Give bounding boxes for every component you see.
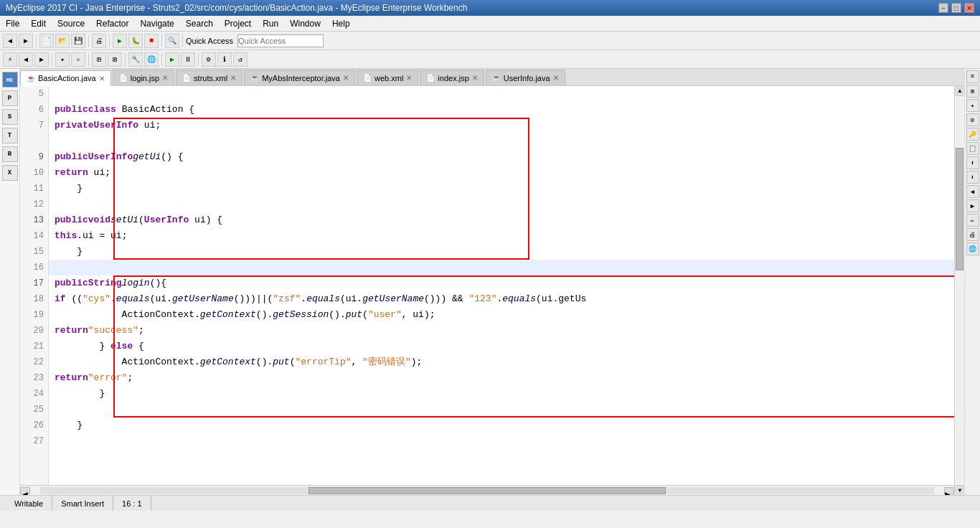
sidebar-btn-r[interactable]: R (2, 146, 18, 162)
tab-BasicAction-java[interactable]: ☕BasicAction.java✕ (20, 70, 111, 86)
sidebar-btn-x[interactable]: X (2, 165, 18, 181)
tb2-btn4[interactable]: ✦ (55, 52, 70, 67)
vscroll-thumb[interactable] (956, 148, 963, 270)
rs-btn7[interactable]: ⬆ (966, 156, 979, 169)
rs-btn2[interactable]: ⊞ (966, 85, 979, 98)
close-button[interactable]: ✕ (964, 3, 974, 13)
tab-web-xml[interactable]: 📄web.xml✕ (357, 70, 418, 85)
hscroll-track[interactable] (40, 487, 934, 494)
titlebar: MyEclipse 2017 CI - Java Enterprise - St… (0, 0, 980, 16)
rs-btn10[interactable]: ▶ (966, 199, 979, 212)
line-number: 11 (20, 181, 44, 197)
menu-item-edit[interactable]: Edit (25, 17, 52, 30)
tb2-run2[interactable]: ▶ (165, 52, 179, 67)
rs-btn6[interactable]: 📋 (966, 142, 979, 155)
maximize-button[interactable]: □ (951, 3, 961, 13)
line-number: 25 (20, 402, 44, 418)
tab-close[interactable]: ✕ (406, 74, 412, 82)
rs-btn4[interactable]: ⚙ (966, 113, 979, 126)
tab-close[interactable]: ✕ (230, 74, 236, 82)
search-btn[interactable]: 🔍 (165, 34, 179, 48)
sidebar-btn-p[interactable]: P (2, 90, 18, 106)
hscroll-left[interactable]: ◀ (20, 487, 30, 494)
tb2-btn1[interactable]: ⚡ (3, 52, 17, 67)
menu-item-window[interactable]: Window (284, 17, 326, 30)
tb2-btn3[interactable]: ▶ (34, 52, 49, 67)
debug-btn[interactable]: 🐛 (128, 34, 143, 48)
tb2-pause[interactable]: ⏸ (181, 52, 195, 67)
tab-close[interactable]: ✕ (343, 74, 349, 82)
rs-btn3[interactable]: ✦ (966, 99, 979, 112)
tb2-refresh[interactable]: ↺ (233, 52, 248, 67)
tb2-btn8[interactable]: 🔧 (128, 52, 143, 67)
line-number: 15 (20, 244, 44, 260)
tab-close[interactable]: ✕ (99, 75, 105, 82)
tab-UserInfo-java[interactable]: ☕UserInfo.java✕ (486, 70, 565, 85)
toolbar2: ⚡ ◀ ▶ ✦ ✧ ⊞ ⊠ 🔧 🌐 ▶ ⏸ ⚙ ℹ ↺ (0, 50, 980, 69)
menu-item-source[interactable]: Source (52, 17, 90, 30)
tb2-btn6[interactable]: ⊞ (92, 52, 106, 67)
tab-close[interactable]: ✕ (553, 74, 559, 82)
tab-MyAbsInterceptor-java[interactable]: ☕MyAbsInterceptor.java✕ (244, 70, 355, 85)
quick-access-input[interactable] (237, 34, 324, 47)
menu-item-search[interactable]: Search (180, 17, 219, 30)
code-lines-container: public class BasicAction { private UserI… (49, 86, 954, 449)
line-number: 21 (20, 339, 44, 354)
forward-btn[interactable]: ▶ (19, 34, 33, 48)
rs-btn12[interactable]: 🖨 (966, 228, 979, 241)
print-btn[interactable]: 🖨 (92, 34, 106, 48)
hscroll-right[interactable]: ▶ (944, 487, 954, 494)
back-btn[interactable]: ◀ (3, 34, 17, 48)
rs-btn9[interactable]: ◀ (966, 185, 979, 198)
rs-btn1[interactable]: ≡ (966, 70, 979, 83)
tb2-btn7[interactable]: ⊠ (108, 52, 122, 67)
horizontal-scrollbar[interactable]: ◀ ▶ (20, 485, 954, 495)
tab-struts-xml[interactable]: 📄struts.xml✕ (176, 70, 242, 85)
line-number: 7 (20, 118, 44, 133)
tab-close[interactable]: ✕ (162, 74, 168, 82)
code-content[interactable]: public class BasicAction { private UserI… (49, 86, 954, 485)
vscroll-up[interactable]: ▲ (955, 86, 964, 96)
vscroll-down[interactable]: ▼ (955, 485, 964, 495)
menu-item-file[interactable]: File (0, 17, 25, 30)
tab-icon: 📄 (182, 74, 191, 82)
run-btn[interactable]: ▶ (113, 34, 127, 48)
tb2-btn5[interactable]: ✧ (71, 52, 85, 67)
stop-btn[interactable]: ■ (144, 34, 159, 48)
code-line: return ui; (49, 165, 954, 181)
code-line: } (49, 244, 954, 260)
menu-item-run[interactable]: Run (257, 17, 284, 30)
tab-login-jsp[interactable]: 📄login.jsp✕ (113, 70, 174, 85)
line-number (20, 133, 44, 149)
code-line: } (49, 181, 954, 197)
hscroll-thumb[interactable] (308, 487, 666, 494)
new-btn[interactable]: 📄 (39, 34, 54, 48)
open-btn[interactable]: 📂 (55, 34, 70, 48)
code-editor[interactable]: 5679▸10111213▸14151617▸18192021222324252… (20, 86, 954, 495)
tab-close[interactable]: ✕ (472, 74, 478, 82)
tb2-info[interactable]: ℹ (217, 52, 232, 67)
tab-index-jsp[interactable]: 📄index.jsp✕ (420, 70, 484, 85)
tb2-gear[interactable]: ⚙ (202, 52, 216, 67)
sidebar-btn-me[interactable]: ME (2, 72, 18, 88)
minimize-button[interactable]: − (938, 3, 948, 13)
rs-btn11[interactable]: ✏ (966, 214, 979, 227)
code-line: if (("cys".equals(ui.getUserName()))||("… (49, 291, 954, 307)
menu-item-navigate[interactable]: Navigate (134, 17, 179, 30)
sidebar-btn-s[interactable]: S (2, 109, 18, 125)
window-controls: − □ ✕ (938, 3, 974, 13)
rs-btn13[interactable]: 🌐 (966, 242, 979, 255)
save-btn[interactable]: 💾 (71, 34, 85, 48)
sidebar-btn-t[interactable]: T (2, 128, 18, 143)
tb2-btn2[interactable]: ◀ (19, 52, 33, 67)
vertical-scrollbar[interactable]: ▲ ▼ (954, 86, 964, 495)
rs-btn8[interactable]: ⬇ (966, 171, 979, 184)
tab-icon: 📄 (363, 74, 372, 82)
menu-item-help[interactable]: Help (326, 17, 356, 30)
rs-btn5[interactable]: 🔑 (966, 128, 979, 141)
menu-item-refactor[interactable]: Refactor (90, 17, 134, 30)
code-line: ActionContext.getContext().put("errorTip… (49, 354, 954, 370)
tab-icon: ☕ (27, 75, 35, 82)
tb2-btn9[interactable]: 🌐 (144, 52, 159, 67)
menu-item-project[interactable]: Project (219, 17, 257, 30)
